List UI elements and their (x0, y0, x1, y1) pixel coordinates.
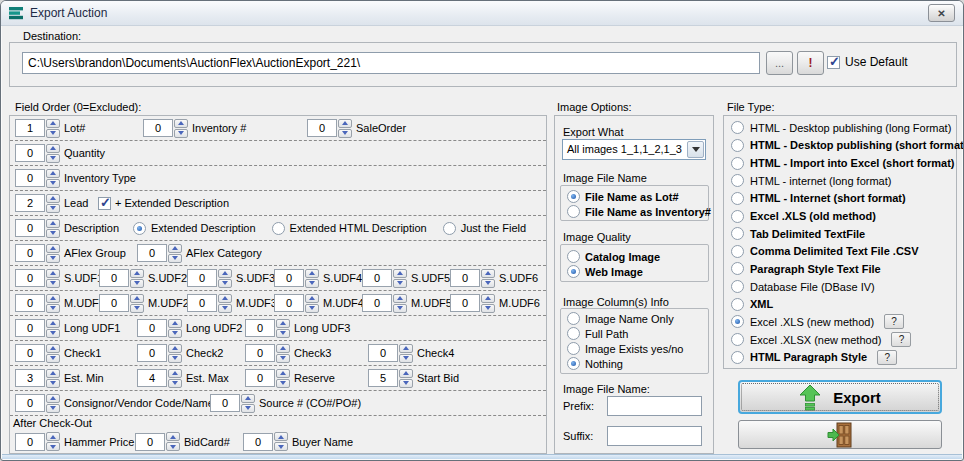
spin-up-icon[interactable] (46, 369, 60, 378)
spin-up-icon[interactable] (481, 294, 495, 303)
spin-down-icon[interactable] (276, 379, 290, 388)
spin-down-icon[interactable] (399, 354, 413, 363)
export-what-dropdown[interactable]: All images 1_1,1_2,1_3 (562, 139, 706, 160)
spin-down-icon[interactable] (46, 154, 60, 163)
warning-button[interactable]: ! (797, 51, 824, 75)
chevron-down-icon[interactable] (687, 141, 704, 158)
radio-icon[interactable] (567, 327, 580, 340)
spin-up-icon[interactable] (174, 119, 188, 128)
spin-down-icon[interactable] (46, 179, 60, 188)
spin-down-icon[interactable] (481, 279, 495, 288)
spinner-value[interactable]: 5 (368, 369, 398, 387)
radio-file-name-as-lot[interactable]: File Name as Lot# (567, 189, 708, 204)
radio-icon[interactable] (567, 250, 580, 263)
spinner-description[interactable]: 0 (15, 219, 60, 238)
spinner-long-udf2[interactable]: 0 (137, 319, 182, 338)
spin-up-icon[interactable] (241, 394, 255, 403)
spin-up-icon[interactable] (46, 194, 60, 203)
destination-path-input[interactable] (22, 52, 760, 74)
spinner-value[interactable]: 0 (15, 244, 45, 262)
spinner-sudf3[interactable]: 0 (187, 269, 232, 288)
spin-down-icon[interactable] (399, 379, 413, 388)
spinner-sudf6[interactable]: 0 (450, 269, 495, 288)
spinner-sudf1[interactable]: 0 (15, 269, 60, 288)
spin-up-icon[interactable] (276, 369, 290, 378)
spinner-value[interactable]: 2 (15, 194, 45, 212)
radio-html-desktop-long[interactable]: HTML - Desktop publishing (long Format) (731, 119, 956, 137)
radio-file-name-as-inventory[interactable]: File Name as Inventory# (567, 204, 708, 219)
close-button[interactable]: ✕ (928, 4, 955, 22)
spin-up-icon[interactable] (46, 319, 60, 328)
spinner-value[interactable]: 0 (137, 244, 167, 262)
radio-icon[interactable] (731, 174, 744, 187)
spinner-value[interactable]: 0 (187, 269, 217, 287)
spinner-long-udf1[interactable]: 0 (15, 319, 60, 338)
radio-excel-xls-old[interactable]: Excel .XLS (old method) (731, 207, 956, 225)
spin-up-icon[interactable] (168, 319, 182, 328)
spin-up-icon[interactable] (46, 119, 60, 128)
radio-icon[interactable] (272, 222, 285, 235)
spin-down-icon[interactable] (393, 279, 407, 288)
radio-icon[interactable] (567, 342, 580, 355)
spin-up-icon[interactable] (276, 319, 290, 328)
spin-down-icon[interactable] (241, 404, 255, 413)
radio-icon[interactable] (731, 139, 744, 152)
radio-image-name-only[interactable]: Image Name Only (567, 311, 708, 326)
radio-html-internet-long[interactable]: HTML - internet (long format) (731, 172, 956, 190)
radio-icon[interactable] (567, 312, 580, 325)
help-button[interactable]: ? (891, 332, 911, 347)
radio-html-internet-short[interactable]: HTML - Internet (short format) (731, 190, 956, 208)
spin-down-icon[interactable] (218, 304, 232, 313)
spinner-value[interactable]: 0 (137, 344, 167, 362)
spin-up-icon[interactable] (46, 244, 60, 253)
spin-down-icon[interactable] (46, 204, 60, 213)
spinner-mudf5[interactable]: 0 (362, 294, 407, 313)
prefix-input[interactable] (607, 396, 702, 416)
radio-icon[interactable] (731, 245, 744, 258)
spin-up-icon[interactable] (399, 344, 413, 353)
spin-up-icon[interactable] (276, 344, 290, 353)
spinner-value[interactable]: 0 (15, 269, 45, 287)
spin-up-icon[interactable] (46, 144, 60, 153)
radio-icon[interactable] (731, 192, 744, 205)
radio-icon[interactable] (731, 351, 744, 364)
spinner-buyer-name[interactable]: 0 (243, 432, 288, 451)
spin-down-icon[interactable] (174, 129, 188, 138)
radio-comma-delimited-csv[interactable]: Comma Delimited Text File .CSV (731, 242, 956, 260)
radio-extended-description[interactable]: Extended Description (133, 222, 256, 235)
spinner-value[interactable]: 0 (99, 294, 129, 312)
spinner-value[interactable]: 0 (15, 294, 45, 312)
spinner-sudf4[interactable]: 0 (274, 269, 319, 288)
exit-button[interactable] (738, 420, 942, 449)
spinner-aflex-group[interactable]: 0 (15, 244, 60, 263)
spin-down-icon[interactable] (46, 229, 60, 238)
spin-down-icon[interactable] (305, 304, 319, 313)
radio-paragraph-style-text[interactable]: Paragraph Style Text File (731, 260, 956, 278)
spin-down-icon[interactable] (481, 304, 495, 313)
spin-down-icon[interactable] (46, 404, 60, 413)
help-button[interactable]: ? (877, 350, 897, 365)
spinner-sudf5[interactable]: 0 (362, 269, 407, 288)
spin-down-icon[interactable] (393, 304, 407, 313)
spinner-check1[interactable]: 0 (15, 344, 60, 363)
spinner-value[interactable]: 0 (362, 269, 392, 287)
spin-down-icon[interactable] (168, 354, 182, 363)
spin-down-icon[interactable] (276, 329, 290, 338)
radio-html-import-excel[interactable]: HTML - Import into Excel (short format) (731, 154, 956, 172)
spinner-consignor[interactable]: 0 (15, 394, 60, 413)
spinner-sudf2[interactable]: 0 (99, 269, 144, 288)
browse-button[interactable]: ... (766, 51, 793, 75)
radio-icon[interactable] (567, 205, 580, 218)
spin-down-icon[interactable] (218, 279, 232, 288)
radio-icon[interactable] (567, 265, 580, 278)
spinner-start-bid[interactable]: 5 (368, 369, 413, 388)
radio-just-the-field[interactable]: Just the Field (443, 222, 526, 235)
spinner-lead[interactable]: 2 (15, 194, 60, 213)
spinner-mudf3[interactable]: 0 (187, 294, 232, 313)
spinner-value[interactable]: 0 (368, 344, 398, 362)
spinner-value[interactable]: 0 (362, 294, 392, 312)
spin-down-icon[interactable] (46, 254, 60, 263)
radio-excel-xlsx-new[interactable]: Excel .XLSX (new method)? (731, 331, 956, 349)
radio-icon[interactable] (731, 333, 744, 346)
suffix-input[interactable] (607, 426, 702, 446)
